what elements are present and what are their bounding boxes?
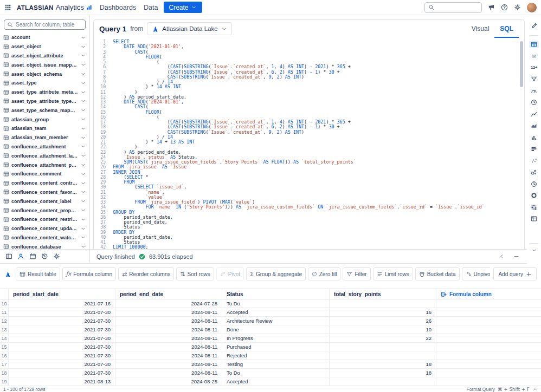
sidebar-table-item[interactable]: asset_object [0,42,89,51]
add-query-button[interactable]: Add query [493,267,537,280]
chevron-down-icon[interactable] [80,135,86,141]
sidebar-table-item[interactable]: confluence_attachment_property [0,160,89,169]
chevron-down-icon[interactable] [80,162,86,168]
table-row[interactable]: 162021-07-302024-08-11Rejected [0,351,541,360]
chevron-down-icon[interactable] [80,189,86,195]
chevron-down-icon[interactable] [80,234,86,240]
pie-chart-icon[interactable] [529,180,539,188]
chevron-down-icon[interactable] [80,62,86,68]
sidebar-table-item[interactable]: confluence_content_property [0,206,89,215]
bucket-data-button[interactable]: Bucket data [415,267,460,280]
user-icon[interactable] [17,253,24,260]
chevron-down-icon[interactable] [80,198,86,204]
scroll-down-icon[interactable] [529,247,539,255]
editor-scrollbar[interactable] [520,41,523,247]
line-chart-icon[interactable] [529,110,539,119]
chevron-down-icon[interactable] [80,171,86,177]
chevron-down-icon[interactable] [80,126,86,132]
result-table-button[interactable]: Result table [16,267,60,280]
chevron-down-icon[interactable] [80,89,86,95]
sidebar-table-item[interactable]: account [0,33,89,42]
clock-icon[interactable] [529,99,539,107]
sidebar-table-item[interactable]: confluence_content_restriction [0,215,89,224]
column-header-total-story-points[interactable]: total_story_points [330,289,436,299]
column-chart-icon[interactable] [529,145,539,153]
chevron-down-icon[interactable] [80,244,86,249]
pivot-table-icon[interactable] [529,215,539,223]
gauge-icon[interactable] [529,87,539,95]
global-search[interactable] [424,2,482,13]
sidebar-search-input[interactable] [16,22,82,28]
nav-link-data[interactable]: Data [144,4,158,11]
limit-rows-button[interactable]: Limit rows [373,267,413,280]
table-viz-icon[interactable] [529,41,539,49]
donut-chart-icon[interactable] [529,192,539,200]
filter-viz-icon[interactable] [529,75,539,83]
help-icon[interactable] [501,4,508,11]
sidebar-table-item[interactable]: confluence_comment [0,169,89,179]
datasource-selector[interactable]: Atlassian Data Lake [147,22,231,35]
gear-small-icon[interactable] [53,253,60,260]
edit-chart-icon[interactable] [529,22,539,30]
sidebar-search[interactable] [4,19,86,30]
column-header-period-end-date[interactable]: period_end_date [115,289,222,299]
formula-column-header[interactable]: Formula column [436,289,541,299]
filter-button[interactable]: Filter [343,267,370,280]
calendar-icon[interactable] [29,253,36,260]
formula-column-button[interactable]: ƒx Formula column [62,267,116,280]
sort-rows-button[interactable]: ⇅ Sort rows [176,267,214,280]
scatter-plot-icon[interactable] [529,157,539,165]
chevron-down-icon[interactable] [80,226,86,232]
avatar[interactable] [527,3,537,12]
bubble-chart-icon[interactable] [529,168,539,177]
sidebar-table-item[interactable]: confluence_content_label [0,197,89,206]
sql-editor[interactable]: 1234567891011121314151617181920212223242… [94,38,524,249]
collapse-left-icon[interactable] [499,253,505,259]
chevron-down-icon[interactable] [80,35,86,41]
reorder-columns-button[interactable]: ⇄ Reorder columns [118,267,174,280]
table-row[interactable]: 192021-08-132024-08-25Accepted [0,377,541,386]
chevron-down-icon[interactable] [80,143,86,149]
chevron-down-icon[interactable] [80,44,86,50]
global-search-input[interactable] [437,4,478,11]
column-header-period-start-date[interactable]: period_start_date [9,289,115,299]
settings-icon[interactable] [514,4,521,11]
group-aggregate-button[interactable]: Σ Group & aggregate [246,267,306,280]
table-row[interactable]: 182021-07-302024-08-11To Do18 [0,369,541,377]
tab-sql[interactable]: SQL [494,19,519,38]
nav-link-dashboards[interactable]: Dashboards [100,4,136,11]
chevron-down-icon[interactable] [80,207,86,213]
bar-chart-icon[interactable] [529,134,539,142]
table-row[interactable]: 172021-07-302024-08-11Testing18 [0,360,541,369]
chevron-down-icon[interactable] [80,153,86,159]
sidebar-table-item[interactable]: confluence_content_watcher_ma… [0,233,89,243]
chevron-down-icon[interactable] [80,53,86,58]
single-value-icon[interactable]: 12 [529,52,539,60]
table-row[interactable]: 112021-07-302024-08-11Accepted16 [0,308,541,317]
zero-fill-button[interactable]: ∅ Zero fill [308,267,340,280]
sidebar-table-item[interactable]: atlassian_team [0,124,89,133]
sidebar-table-item[interactable]: asset_object_attribute [0,51,89,61]
sidebar-table-item[interactable]: confluence_database [0,242,89,249]
table-row[interactable]: 102021-07-162024-07-28To Do [0,299,541,308]
sidebar-table-item[interactable]: asset_type_attribute_metadata [0,88,89,97]
unpivot-button[interactable]: Unpivot [462,267,491,280]
brand-logo[interactable]: ATLASSIAN Analytics [17,3,92,11]
chevron-down-icon[interactable] [80,107,86,113]
sidebar-table-item[interactable]: asset_object_issue_mapping [0,60,89,69]
schema-panel-icon[interactable] [5,253,12,260]
sidebar-table-item[interactable]: asset_type_attribute_type_map… [0,97,89,106]
create-button[interactable]: Create [164,2,202,13]
sidebar-table-item[interactable]: confluence_content_contributo… [0,179,89,188]
collapse-footer-icon[interactable] [532,387,538,392]
app-switcher-icon[interactable] [4,4,11,11]
pivot-button[interactable]: Pivot [216,267,244,280]
sidebar-table-item[interactable]: confluence_attachment [0,142,89,152]
chevron-down-icon[interactable] [80,71,86,77]
sql-code[interactable]: SELECT DATE_ADD('2021-01-01', CAST( FLOO… [108,38,524,249]
tab-visual[interactable]: Visual [466,19,494,38]
sidebar-table-item[interactable]: atlassian_group [0,115,89,124]
sidebar-table-item[interactable]: confluence_attachment_label [0,151,89,160]
table-row[interactable]: 152021-07-302024-08-11Purchased [0,343,541,351]
sidebar-table-item[interactable]: asset_type_schema_mapping [0,106,89,115]
